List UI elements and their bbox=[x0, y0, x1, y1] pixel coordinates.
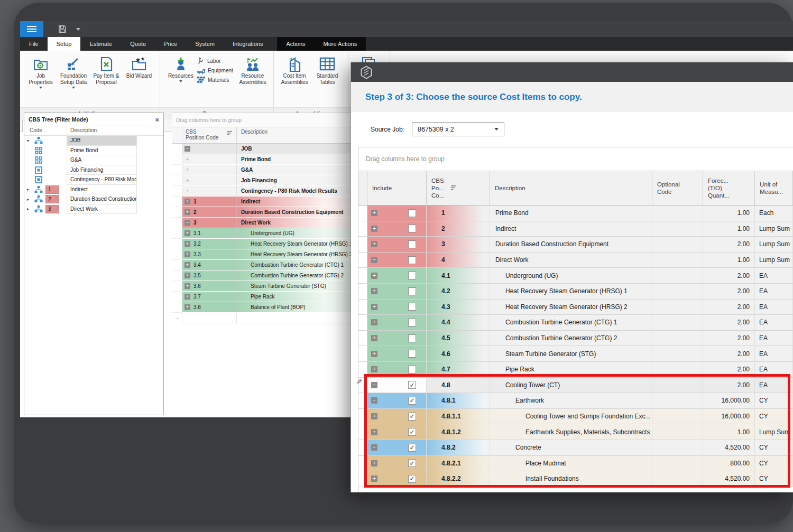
collapse-icon[interactable]: − bbox=[185, 146, 190, 152]
grid-row-job-financing[interactable]: +Job Financing bbox=[172, 175, 353, 186]
tree-cell-description[interactable]: Direct Work bbox=[67, 204, 137, 214]
expand-icon[interactable]: + bbox=[371, 475, 377, 482]
expand-icon[interactable]: + bbox=[185, 209, 190, 215]
grid-row-3.8[interactable]: +3.8Balance of Plant (BOP) bbox=[172, 302, 353, 313]
grid-row-3.7[interactable]: +3.7Pipe Rack bbox=[172, 292, 353, 302]
dialog-row-4[interactable]: −4Direct Work1.00Lump Sum bbox=[358, 253, 793, 268]
expand-icon[interactable]: + bbox=[371, 210, 377, 216]
expand-icon[interactable]: + bbox=[185, 230, 190, 236]
ribbon-tab-quote[interactable]: Quote bbox=[121, 37, 155, 51]
dialog-row-4-1[interactable]: +4.1Underground (UG)2.00EA bbox=[358, 268, 793, 284]
expand-icon[interactable]: + bbox=[371, 413, 377, 419]
dialog-row-3[interactable]: +3Duration Based Construction Equipment2… bbox=[358, 237, 793, 253]
col-forecast-quantity[interactable]: Forec... (T/O) Quant... bbox=[703, 171, 755, 205]
expand-icon[interactable]: + bbox=[185, 156, 190, 162]
close-icon[interactable]: × bbox=[155, 116, 159, 124]
col-cbs-position-code[interactable]: CBS Po... Co... bbox=[427, 171, 490, 205]
grid-row-3.2[interactable]: +3.2Heat Recovery Steam Generator (HRSG)… bbox=[172, 239, 353, 249]
group-by-drop-zone[interactable]: Drag columns here to group bbox=[358, 147, 793, 171]
ribbon-tab-price[interactable]: Price bbox=[155, 37, 186, 51]
expand-icon[interactable]: + bbox=[371, 366, 377, 372]
dialog-row-4-8[interactable]: −✓4.8Cooling Tower (CT)2.00EA bbox=[358, 378, 793, 394]
include-checkbox[interactable]: ✓ bbox=[408, 444, 416, 452]
collapse-icon[interactable]: − bbox=[371, 382, 377, 388]
tree-row-1[interactable]: ▸1Indirect bbox=[24, 185, 163, 195]
tree-row-2[interactable]: ▸2Duration Based Construction... bbox=[24, 194, 163, 204]
ribbon-tab-system[interactable]: System bbox=[186, 37, 224, 51]
expand-icon[interactable]: + bbox=[371, 335, 377, 341]
grid-new-row[interactable]: → bbox=[172, 313, 353, 323]
grid-row-1[interactable]: +1Indirect bbox=[172, 197, 353, 207]
tree-cell-description[interactable]: Indirect bbox=[67, 184, 137, 195]
grid-row-3.4[interactable]: +3.4Combustion Turbine Generator (CTG) 1 bbox=[172, 260, 353, 270]
col-optional-code[interactable]: Optional Code bbox=[652, 171, 703, 205]
include-checkbox[interactable]: ✓ bbox=[408, 381, 416, 389]
col-unit-of-measure[interactable]: Unit of Measu... bbox=[755, 171, 793, 205]
dialog-row-4-8-1[interactable]: −✓4.8.1Earthwork16,000.00CY bbox=[358, 393, 793, 409]
include-checkbox[interactable]: ✓ bbox=[408, 413, 416, 421]
expand-icon[interactable]: + bbox=[185, 294, 190, 300]
expand-icon[interactable]: + bbox=[185, 167, 190, 173]
dialog-row-4-8-1-1[interactable]: +✓4.8.1.1Cooling Tower and Sumps Foundat… bbox=[358, 409, 793, 425]
grid-row-3[interactable]: −3Direct Work bbox=[172, 218, 353, 228]
col-include[interactable]: Include bbox=[367, 171, 427, 205]
collapse-icon[interactable]: − bbox=[185, 220, 190, 226]
quick-access-caret-icon[interactable] bbox=[76, 28, 80, 31]
tree-col-code[interactable]: Code bbox=[24, 126, 67, 135]
ribbon-button-bid-wizard[interactable]: Bid Wizard bbox=[123, 54, 155, 79]
grid-row-3.1[interactable]: +3.1Underground (UG) bbox=[172, 228, 353, 239]
ribbon-tab-more-actions[interactable]: More Actions bbox=[315, 37, 366, 51]
ribbon-button-resource-assemblies[interactable]: ResourceAssemblies bbox=[236, 54, 269, 86]
expand-icon[interactable]: + bbox=[371, 241, 377, 247]
grid-row-prime-bond[interactable]: +Prime Bond bbox=[172, 154, 353, 165]
expand-icon[interactable]: + bbox=[185, 251, 190, 257]
dialog-row-4-6[interactable]: +4.6Steam Turbine Generator (STG)2.00EA bbox=[358, 346, 793, 362]
chevron-down-icon[interactable]: ▾ bbox=[24, 136, 32, 146]
ribbon-button-job-properties[interactable]: Job Properties bbox=[24, 54, 57, 89]
collapse-icon[interactable]: − bbox=[371, 257, 377, 263]
tree-cell-description[interactable]: G&A bbox=[67, 155, 137, 165]
expand-icon[interactable]: + bbox=[185, 273, 190, 278]
include-checkbox[interactable] bbox=[408, 272, 416, 279]
tree-row-contingency-p80-risk-mode-[interactable]: Contingency - P80 Risk Mode... bbox=[24, 175, 163, 185]
tree-col-description[interactable]: Description bbox=[67, 126, 137, 135]
ribbon-button-materials[interactable]: Materials bbox=[197, 75, 236, 85]
dialog-row-4-4[interactable]: +4.4Combustion Turbine Generator (CTG) 1… bbox=[358, 315, 793, 331]
chevron-right-icon[interactable]: ▸ bbox=[24, 204, 32, 214]
expand-icon[interactable]: + bbox=[371, 351, 377, 357]
include-checkbox[interactable] bbox=[408, 334, 416, 342]
ribbon-tab-setup[interactable]: Setup bbox=[48, 37, 81, 51]
dialog-row-4-8-2-1[interactable]: +✓4.8.2.1Place Mudmat800.00CY bbox=[358, 456, 793, 472]
expand-icon[interactable]: + bbox=[185, 199, 190, 204]
collapse-icon[interactable]: − bbox=[371, 397, 377, 404]
dialog-row-4-7[interactable]: +4.7Pipe Rack2.00EA bbox=[358, 362, 793, 378]
tree-row-job-financing[interactable]: Job Financing bbox=[24, 165, 163, 175]
col-description[interactable]: Description bbox=[237, 127, 353, 143]
include-checkbox[interactable] bbox=[408, 240, 416, 248]
tree-cell-description[interactable]: Job Financing bbox=[67, 165, 137, 175]
expand-icon[interactable]: + bbox=[185, 283, 190, 289]
include-checkbox[interactable] bbox=[408, 303, 416, 311]
dialog-row-4-8-2-2[interactable]: +✓4.8.2.2Install Foundations4,520.00CY bbox=[358, 471, 793, 487]
include-checkbox[interactable]: ✓ bbox=[408, 397, 416, 405]
include-checkbox[interactable]: ✓ bbox=[408, 459, 416, 467]
dialog-row-4-8-2[interactable]: −✓4.8.2Concrete4,520.00CY bbox=[358, 440, 793, 456]
ribbon-button-resources[interactable]: Resources bbox=[164, 54, 197, 82]
include-checkbox[interactable] bbox=[408, 319, 416, 326]
expand-icon[interactable]: + bbox=[371, 304, 377, 310]
hamburger-menu-button[interactable] bbox=[20, 21, 43, 37]
tree-row-3[interactable]: ▸3Direct Work bbox=[24, 204, 163, 214]
expand-icon[interactable]: + bbox=[371, 429, 377, 435]
grid-row-g-a[interactable]: +G&A bbox=[172, 165, 353, 175]
grid-row-3.6[interactable]: +3.6Steam Turbine Generator (STG) bbox=[172, 281, 353, 292]
grid-row-3.5[interactable]: +3.5Combustion Turbine Generator (CTG) 2 bbox=[172, 270, 353, 281]
include-checkbox[interactable] bbox=[408, 256, 416, 264]
tree-row-prime-bond[interactable]: Prime Bond bbox=[24, 146, 163, 156]
expand-icon[interactable]: + bbox=[185, 178, 190, 183]
col-description[interactable]: Description bbox=[490, 171, 652, 205]
ribbon-button-pay-item-proposal[interactable]: Pay Item &Proposal bbox=[90, 54, 123, 86]
expand-icon[interactable]: + bbox=[371, 460, 377, 466]
grid-row-job[interactable]: −JOB bbox=[172, 144, 353, 154]
dialog-row-2[interactable]: +2Indirect1.00Lump Sum bbox=[358, 221, 793, 237]
include-checkbox[interactable] bbox=[408, 225, 416, 232]
